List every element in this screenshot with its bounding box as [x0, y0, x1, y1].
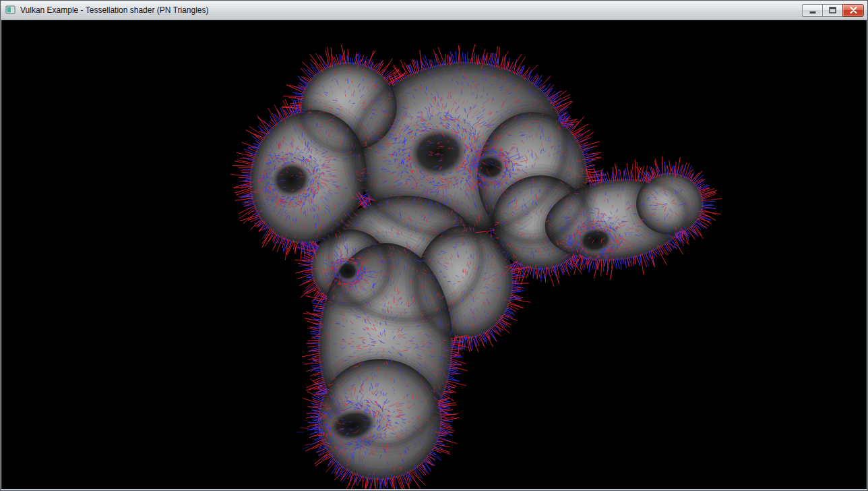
render-canvas[interactable] — [1, 20, 867, 489]
title-bar[interactable]: Vulkan Example - Tessellation shader (PN… — [1, 1, 867, 20]
window-title: Vulkan Example - Tessellation shader (PN… — [20, 5, 802, 15]
minimize-icon — [809, 7, 816, 13]
close-button[interactable] — [842, 4, 864, 17]
app-icon — [5, 5, 16, 16]
maximize-icon — [829, 7, 836, 13]
window-controls — [802, 4, 864, 17]
maximize-button[interactable] — [822, 4, 842, 17]
render-viewport[interactable] — [1, 20, 867, 490]
minimize-button[interactable] — [802, 4, 822, 17]
close-icon — [850, 7, 857, 13]
app-window: Vulkan Example - Tessellation shader (PN… — [0, 0, 868, 491]
